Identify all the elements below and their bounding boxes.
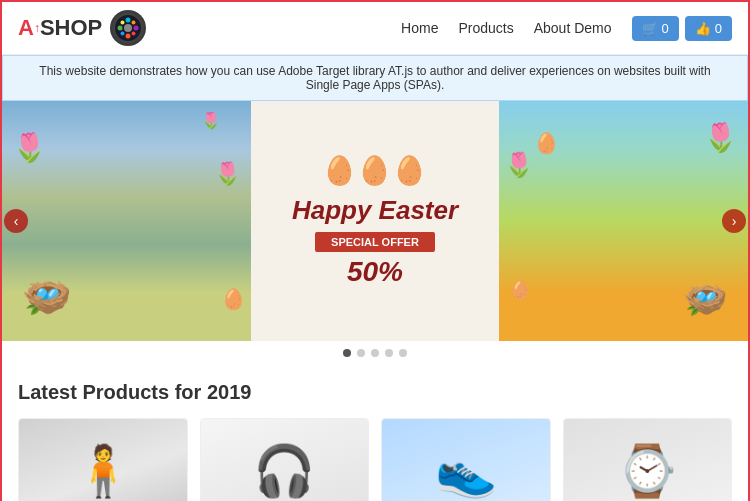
easter-title: Happy Easter xyxy=(292,195,458,226)
slide-center: 🥚🥚🥚 Happy Easter SPECIAL OFFER 50% xyxy=(251,101,500,341)
dot-2[interactable] xyxy=(357,349,365,357)
svg-point-6 xyxy=(121,21,125,25)
cart-button[interactable]: 🛒 0 xyxy=(632,16,679,41)
svg-point-9 xyxy=(132,21,136,25)
svg-point-1 xyxy=(124,24,132,32)
product-image-1: 🧍 grey sweater xyxy=(19,419,187,501)
nav-btn-group: 🛒 0 👍 0 xyxy=(632,16,732,41)
like-icon: 👍 xyxy=(695,21,711,36)
dot-5[interactable] xyxy=(399,349,407,357)
logo-badge xyxy=(110,10,146,46)
dot-3[interactable] xyxy=(371,349,379,357)
product-image-2: 🎧 wireless xyxy=(201,419,369,501)
svg-point-3 xyxy=(126,34,131,39)
product-card-2[interactable]: 🎧 wireless DBcats wireless... xyxy=(200,418,370,501)
dot-4[interactable] xyxy=(385,349,393,357)
easter-eggs-icon: 🥚🥚🥚 xyxy=(292,154,458,187)
slider-inner: 🪺 🌷 🌷 🥚 🌷 🥚🥚🥚 Happy Easter SPECIAL OFFER… xyxy=(2,101,748,341)
cart-icon: 🛒 xyxy=(642,21,658,36)
slider-dots xyxy=(2,341,748,365)
svg-point-7 xyxy=(132,32,136,36)
nav-products[interactable]: Products xyxy=(458,20,513,36)
banner-text: This website demonstrates how you can us… xyxy=(39,64,710,92)
product-image-4: ⌚ stainless xyxy=(564,419,732,501)
easter-subtitle: SPECIAL OFFER xyxy=(315,232,435,252)
products-section: Latest Products for 2019 🧍 grey sweater … xyxy=(2,365,748,501)
hero-slider: ‹ 🪺 🌷 🌷 🥚 🌷 🥚🥚🥚 Happy Easter xyxy=(2,101,748,341)
slide-left: 🪺 🌷 🌷 🥚 🌷 xyxy=(2,101,251,341)
logo-text: A↑SHOP xyxy=(18,15,102,41)
info-banner: This website demonstrates how you can us… xyxy=(2,55,748,101)
slide-right: 🌷 🌷 🪺 🥚 🥚 xyxy=(499,101,748,341)
nav-home[interactable]: Home xyxy=(401,20,438,36)
product-card-4[interactable]: ⌚ stainless Monarch stainless... xyxy=(563,418,733,501)
nav-area: Home Products About Demo 🛒 0 👍 0 xyxy=(401,16,732,41)
products-title: Latest Products for 2019 xyxy=(18,381,732,404)
like-button[interactable]: 👍 0 xyxy=(685,16,732,41)
svg-point-2 xyxy=(126,18,131,23)
dot-1[interactable] xyxy=(343,349,351,357)
logo-area: A↑SHOP xyxy=(18,10,146,46)
slider-next-button[interactable]: › xyxy=(722,209,746,233)
slider-prev-button[interactable]: ‹ xyxy=(4,209,28,233)
product-card-1[interactable]: 🧍 grey sweater Darbury grey sweater xyxy=(18,418,188,501)
product-card-3[interactable]: 👟 sneakers Arc Running Sneakers... xyxy=(381,418,551,501)
like-count: 0 xyxy=(715,21,722,36)
nav-about[interactable]: About Demo xyxy=(534,20,612,36)
easter-content: 🥚🥚🥚 Happy Easter SPECIAL OFFER 50% xyxy=(272,134,478,308)
product-image-3: 👟 sneakers xyxy=(382,419,550,501)
easter-discount: 50% xyxy=(292,256,458,288)
page-wrapper: A↑SHOP Home Products A xyxy=(0,0,750,501)
svg-point-4 xyxy=(118,26,123,31)
header: A↑SHOP Home Products A xyxy=(2,2,748,55)
cart-count: 0 xyxy=(662,21,669,36)
svg-point-5 xyxy=(134,26,139,31)
products-grid: 🧍 grey sweater Darbury grey sweater 🎧 wi… xyxy=(18,418,732,501)
svg-point-8 xyxy=(121,32,125,36)
